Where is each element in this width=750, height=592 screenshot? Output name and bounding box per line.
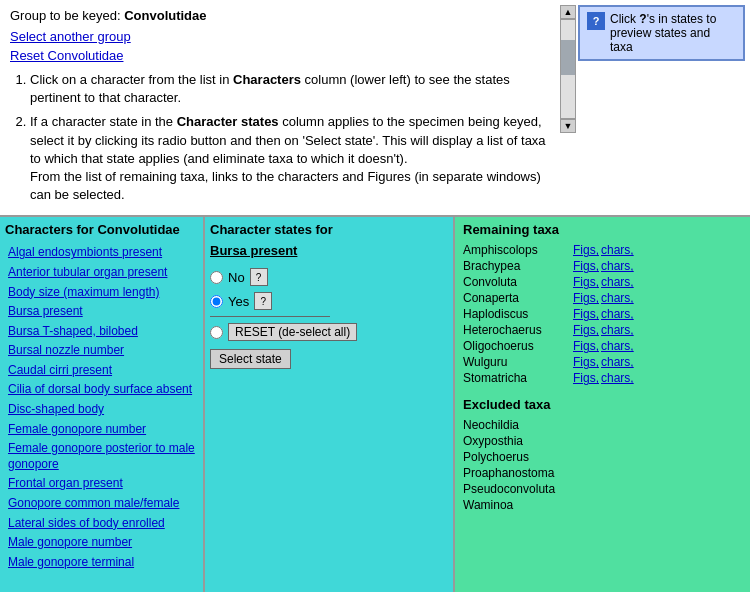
states-options: No?Yes? <box>210 268 448 310</box>
hint-box: ? Click ?'s in states to preview states … <box>578 5 745 61</box>
chars-link[interactable]: chars, <box>601 259 634 273</box>
group-name: Convolutidae <box>124 8 206 23</box>
taxon-name: Conaperta <box>463 291 573 305</box>
taxon-links: Figs,chars, <box>573 291 636 305</box>
reset-radio[interactable] <box>210 326 223 339</box>
remaining-taxa: AmphiscolopsFigs,chars,BrachypeaFigs,cha… <box>463 243 742 385</box>
radio-yes[interactable] <box>210 295 223 308</box>
states-col-title: Character states for <box>210 222 448 237</box>
taxon-links: Figs,chars, <box>573 307 636 321</box>
taxon-name: Brachypea <box>463 259 573 273</box>
reset-label[interactable]: RESET (de-select all) <box>228 323 357 341</box>
excluded-item: Polychoerus <box>463 450 742 464</box>
character-item[interactable]: Bursa present <box>5 302 198 322</box>
character-item[interactable]: Female gonopore number <box>5 420 198 440</box>
chars-link[interactable]: chars, <box>601 275 634 289</box>
chars-link[interactable]: chars, <box>601 291 634 305</box>
character-item[interactable]: Body size (maximum length) <box>5 283 198 303</box>
taxa-row: HeterochaerusFigs,chars, <box>463 323 742 337</box>
character-item[interactable]: Bursa T-shaped, bilobed <box>5 322 198 342</box>
chars-link[interactable]: chars, <box>601 243 634 257</box>
select-state-button[interactable]: Select state <box>210 349 291 369</box>
character-item[interactable]: Disc-shaped body <box>5 400 198 420</box>
scroll-thumb[interactable] <box>561 40 575 75</box>
character-item[interactable]: Male gonopore terminal <box>5 553 198 573</box>
figs-link[interactable]: Figs, <box>573 323 599 337</box>
hint-text: Click ?'s in states to preview states an… <box>610 12 736 54</box>
state-preview-icon-no[interactable]: ? <box>250 268 268 286</box>
characters-list: Algal endosymbionts presentAnterior tubu… <box>5 243 198 572</box>
taxon-name: Oligochoerus <box>463 339 573 353</box>
state-label-no: No <box>228 270 245 285</box>
character-item[interactable]: Lateral sides of body enrolled <box>5 514 198 534</box>
taxa-row: ConapertaFigs,chars, <box>463 291 742 305</box>
character-item[interactable]: Male gonopore number <box>5 533 198 553</box>
select-group-link[interactable]: Select another group <box>10 29 131 44</box>
taxon-links: Figs,chars, <box>573 371 636 385</box>
state-preview-icon-yes[interactable]: ? <box>254 292 272 310</box>
figs-link[interactable]: Figs, <box>573 307 599 321</box>
figs-link[interactable]: Figs, <box>573 291 599 305</box>
taxa-row: AmphiscolopsFigs,chars, <box>463 243 742 257</box>
taxon-name: Amphiscolops <box>463 243 573 257</box>
taxa-row: StomatrichaFigs,chars, <box>463 371 742 385</box>
taxa-row: BrachypeaFigs,chars, <box>463 259 742 273</box>
taxa-row: WulguruFigs,chars, <box>463 355 742 369</box>
taxon-links: Figs,chars, <box>573 323 636 337</box>
excluded-item: Oxyposthia <box>463 434 742 448</box>
radio-no[interactable] <box>210 271 223 284</box>
character-item[interactable]: Anterior tubular organ present <box>5 263 198 283</box>
taxon-links: Figs,chars, <box>573 275 636 289</box>
state-label-yes: Yes <box>228 294 249 309</box>
excluded-taxa: NeochildiaOxyposthiaPolychoerusProaphano… <box>463 418 742 512</box>
figs-link[interactable]: Figs, <box>573 355 599 369</box>
figs-link[interactable]: Figs, <box>573 339 599 353</box>
figs-link[interactable]: Figs, <box>573 259 599 273</box>
character-item[interactable]: Caudal cirri present <box>5 361 198 381</box>
chars-link[interactable]: chars, <box>601 371 634 385</box>
excluded-item: Pseudoconvoluta <box>463 482 742 496</box>
excluded-title: Excluded taxa <box>463 397 742 412</box>
group-label: Group to be keyed: Convolutidae <box>10 8 550 23</box>
excluded-item: Waminoa <box>463 498 742 512</box>
taxa-col-title: Remaining taxa <box>463 222 742 237</box>
taxon-name: Haplodiscus <box>463 307 573 321</box>
taxon-name: Heterochaerus <box>463 323 573 337</box>
taxa-row: HaplodiscusFigs,chars, <box>463 307 742 321</box>
figs-link[interactable]: Figs, <box>573 371 599 385</box>
taxon-links: Figs,chars, <box>573 355 636 369</box>
character-item[interactable]: Cilia of dorsal body surface absent <box>5 380 198 400</box>
scroll-up-arrow[interactable]: ▲ <box>560 5 576 19</box>
excluded-item: Neochildia <box>463 418 742 432</box>
reset-option[interactable]: RESET (de-select all) <box>210 323 448 341</box>
chars-link[interactable]: chars, <box>601 355 634 369</box>
chars-link[interactable]: chars, <box>601 307 634 321</box>
character-item[interactable]: Algal endosymbionts present <box>5 243 198 263</box>
characters-col-title: Characters for Convolutidae <box>5 222 198 237</box>
instructions: Click on a character from the list in Ch… <box>10 71 550 204</box>
hint-icon: ? <box>587 12 605 30</box>
character-item[interactable]: Female gonopore posterior to male gonopo… <box>5 439 198 474</box>
taxa-row: ConvolutaFigs,chars, <box>463 275 742 289</box>
taxon-name: Wulguru <box>463 355 573 369</box>
scroll-track <box>560 19 576 119</box>
taxa-row: OligochoerusFigs,chars, <box>463 339 742 353</box>
excluded-item: Proaphanostoma <box>463 466 742 480</box>
character-name: Bursa present <box>210 243 448 258</box>
figs-link[interactable]: Figs, <box>573 243 599 257</box>
chars-link[interactable]: chars, <box>601 339 634 353</box>
taxon-name: Stomatricha <box>463 371 573 385</box>
character-item[interactable]: Gonopore common male/female <box>5 494 198 514</box>
character-item[interactable]: Bursal nozzle number <box>5 341 198 361</box>
taxon-name: Convoluta <box>463 275 573 289</box>
reset-link[interactable]: Reset Convolutidae <box>10 48 123 63</box>
state-option-yes[interactable]: Yes? <box>210 292 448 310</box>
state-option-no[interactable]: No? <box>210 268 448 286</box>
taxon-links: Figs,chars, <box>573 259 636 273</box>
taxon-links: Figs,chars, <box>573 243 636 257</box>
taxon-links: Figs,chars, <box>573 339 636 353</box>
chars-link[interactable]: chars, <box>601 323 634 337</box>
character-item[interactable]: Frontal organ present <box>5 474 198 494</box>
scroll-down-arrow[interactable]: ▼ <box>560 119 576 133</box>
figs-link[interactable]: Figs, <box>573 275 599 289</box>
